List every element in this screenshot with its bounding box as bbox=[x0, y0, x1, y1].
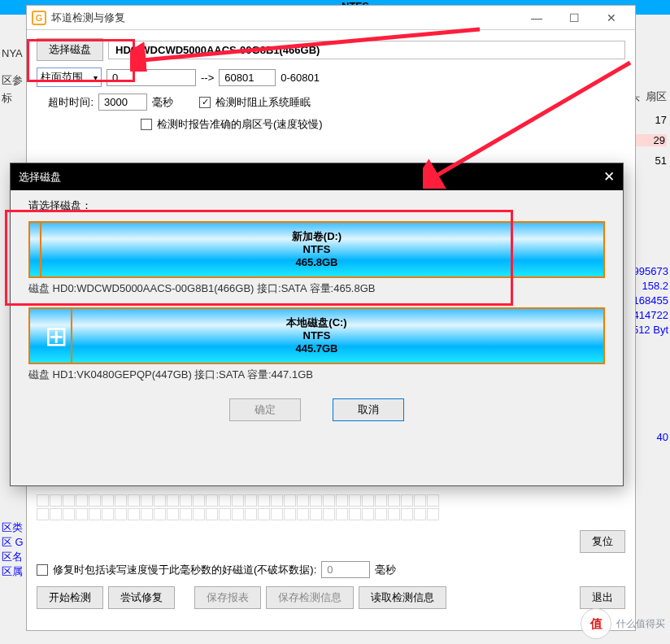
side-left: 标 bbox=[2, 91, 12, 106]
cell: 29 bbox=[636, 134, 665, 146]
side-left: 区类 bbox=[2, 520, 23, 535]
progress-grid bbox=[37, 508, 625, 520]
save-report-button: 保存报表 bbox=[194, 586, 261, 609]
try-repair-button[interactable]: 尝试修复 bbox=[108, 586, 175, 609]
windows-icon: ⊞ bbox=[45, 320, 67, 352]
range-from-input[interactable] bbox=[107, 69, 196, 86]
timeout-label: 超时时间: bbox=[37, 95, 94, 110]
range-full-label: 0-60801 bbox=[281, 72, 320, 84]
dialog-titlebar[interactable]: 选择磁盘 ✕ bbox=[11, 163, 623, 190]
reset-button[interactable]: 复位 bbox=[580, 530, 625, 553]
start-scan-button[interactable]: 开始检测 bbox=[37, 586, 103, 609]
side-left: 区名 bbox=[2, 550, 23, 564]
side-left: 区属 bbox=[2, 564, 23, 579]
volume-name: 本地磁盘(C:) bbox=[286, 316, 346, 329]
exit-button[interactable]: 退出 bbox=[580, 586, 625, 609]
watermark: 值 什么值得买 bbox=[581, 608, 665, 639]
prevent-sleep-checkbox[interactable] bbox=[199, 97, 211, 108]
accurate-sector-label: 检测时报告准确的扇区号(速度较慢) bbox=[157, 117, 323, 132]
volume-fs: NTFS bbox=[292, 243, 342, 256]
col-head: 扇区 bbox=[646, 90, 667, 102]
repair-slow-checkbox[interactable] bbox=[37, 564, 48, 576]
app-icon: G bbox=[32, 11, 46, 25]
side-right-val: 158.2 bbox=[642, 280, 668, 292]
timeout-unit: 毫秒 bbox=[152, 95, 173, 110]
volume-name: 新加卷(D:) bbox=[292, 230, 342, 243]
side-left: NYA bbox=[2, 47, 23, 59]
chevron-down-icon: ▾ bbox=[94, 73, 98, 82]
disk-entry-1[interactable]: ⊞ 本地磁盘(C:) NTFS 445.7GB 磁盘 HD1:VK0480GEP… bbox=[28, 307, 605, 382]
dialog-prompt: 请选择磁盘： bbox=[28, 198, 605, 213]
accurate-sector-checkbox[interactable] bbox=[141, 119, 152, 130]
close-button[interactable]: ✕ bbox=[593, 7, 630, 29]
disk-bar[interactable]: 新加卷(D:) NTFS 465.8GB bbox=[28, 221, 605, 278]
maximize-button[interactable]: ☐ bbox=[555, 7, 593, 29]
repair-slow-input bbox=[321, 561, 370, 578]
select-disk-button[interactable]: 选择磁盘 bbox=[37, 38, 103, 61]
dialog-close-button[interactable]: ✕ bbox=[603, 168, 615, 185]
timeout-input[interactable] bbox=[98, 94, 147, 111]
bottom-panel: 复位 修复时包括读写速度慢于此毫秒数的好磁道(不破坏数据): 毫秒 开始检测 尝… bbox=[27, 486, 635, 624]
volume-fs: NTFS bbox=[286, 329, 346, 342]
disk-entry-0[interactable]: 新加卷(D:) NTFS 465.8GB 磁盘 HD0:WDCWD5000AAC… bbox=[28, 221, 605, 296]
select-disk-dialog: 选择磁盘 ✕ 请选择磁盘： 新加卷(D:) NTFS 465.8GB 磁盘 HD… bbox=[10, 163, 624, 486]
repair-slow-unit: 毫秒 bbox=[375, 563, 396, 577]
minimize-button[interactable]: — bbox=[518, 7, 555, 29]
window-title: 坏道检测与修复 bbox=[51, 11, 518, 25]
side-right-val: 414722 bbox=[633, 309, 668, 321]
side-left: 区 G bbox=[2, 535, 24, 550]
watermark-logo: 值 bbox=[581, 608, 611, 639]
cell: 51 bbox=[637, 154, 667, 167]
selected-disk-label: HD0:WDCWD5000AACS-00G8B1(466GB) bbox=[108, 41, 625, 59]
save-info-button: 保存检测信息 bbox=[266, 586, 354, 609]
cancel-button[interactable]: 取消 bbox=[333, 398, 404, 421]
range-to-input[interactable] bbox=[219, 69, 276, 86]
disk-desc: 磁盘 HD0:WDCWD5000AACS-00G8B1(466GB) 接口:SA… bbox=[28, 281, 605, 296]
titlebar[interactable]: G 坏道检测与修复 — ☐ ✕ bbox=[27, 6, 635, 30]
volume-size: 445.7GB bbox=[286, 342, 346, 355]
prevent-sleep-label: 检测时阻止系统睡眠 bbox=[215, 95, 311, 110]
disk-bar[interactable]: ⊞ 本地磁盘(C:) NTFS 445.7GB bbox=[28, 307, 605, 364]
load-info-button[interactable]: 读取检测信息 bbox=[359, 586, 446, 609]
watermark-text: 什么值得买 bbox=[616, 618, 665, 629]
ok-button[interactable]: 确定 bbox=[229, 398, 301, 421]
side-right-val: 512 Byt bbox=[633, 324, 668, 336]
progress-grid bbox=[37, 494, 625, 507]
volume-size: 465.8GB bbox=[292, 256, 342, 269]
side-right-val: 40 bbox=[657, 431, 668, 443]
cell: 17 bbox=[637, 114, 667, 126]
repair-slow-label: 修复时包括读写速度慢于此毫秒数的好磁道(不破坏数据): bbox=[53, 563, 316, 577]
range-type-select[interactable]: 柱面范围 ▾ bbox=[37, 67, 102, 87]
range-arrow: --> bbox=[201, 72, 214, 84]
disk-desc: 磁盘 HD1:VK0480GEPQP(447GB) 接口:SATA 容量:447… bbox=[28, 368, 605, 382]
dialog-title: 选择磁盘 bbox=[19, 170, 603, 185]
side-left: 区参 bbox=[2, 73, 23, 88]
range-type-label: 柱面范围 bbox=[41, 70, 83, 85]
